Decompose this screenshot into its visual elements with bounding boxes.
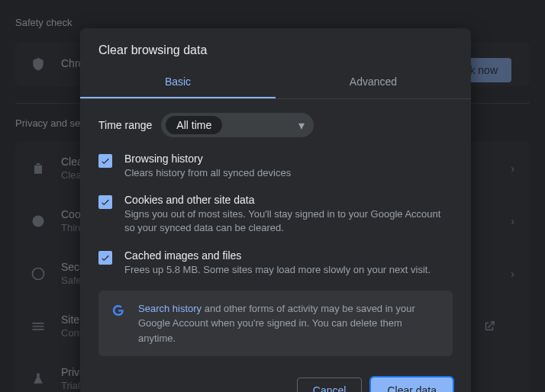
google-icon bbox=[111, 303, 126, 318]
option-subtitle: Frees up 5.8 MB. Some sites may load mor… bbox=[124, 263, 453, 277]
tab-basic[interactable]: Basic bbox=[80, 66, 276, 98]
google-account-info: Search history and other forms of activi… bbox=[98, 291, 453, 357]
dialog-title: Clear browsing data bbox=[80, 28, 471, 66]
time-range-select[interactable]: All time ▾ bbox=[161, 113, 314, 137]
option-subtitle: Clears history from all synced devices bbox=[124, 166, 453, 180]
time-range-value: All time bbox=[166, 116, 222, 134]
option-cookies: Cookies and other site data Signs you ou… bbox=[98, 194, 453, 235]
option-browsing-history: Browsing history Clears history from all… bbox=[98, 153, 453, 180]
option-cache: Cached images and files Frees up 5.8 MB.… bbox=[98, 249, 453, 277]
option-subtitle: Signs you out of most sites. You'll stay… bbox=[124, 207, 453, 235]
tab-advanced[interactable]: Advanced bbox=[276, 66, 471, 98]
checkbox-cookies[interactable] bbox=[98, 195, 112, 209]
chevron-down-icon: ▾ bbox=[298, 118, 305, 133]
option-title: Browsing history bbox=[124, 153, 453, 165]
option-title: Cookies and other site data bbox=[124, 194, 453, 206]
option-title: Cached images and files bbox=[124, 249, 453, 262]
search-history-link[interactable]: Search history bbox=[138, 303, 202, 314]
clear-browsing-data-dialog: Clear browsing data Basic Advanced Time … bbox=[80, 28, 471, 392]
info-text: Search history and other forms of activi… bbox=[138, 301, 440, 346]
dialog-tabs: Basic Advanced bbox=[80, 66, 471, 99]
checkbox-cache[interactable] bbox=[98, 251, 112, 265]
clear-data-button[interactable]: Clear data bbox=[371, 378, 453, 392]
time-range-label: Time range bbox=[98, 119, 152, 131]
checkbox-browsing-history[interactable] bbox=[98, 154, 112, 168]
cancel-button[interactable]: Cancel bbox=[297, 378, 363, 392]
